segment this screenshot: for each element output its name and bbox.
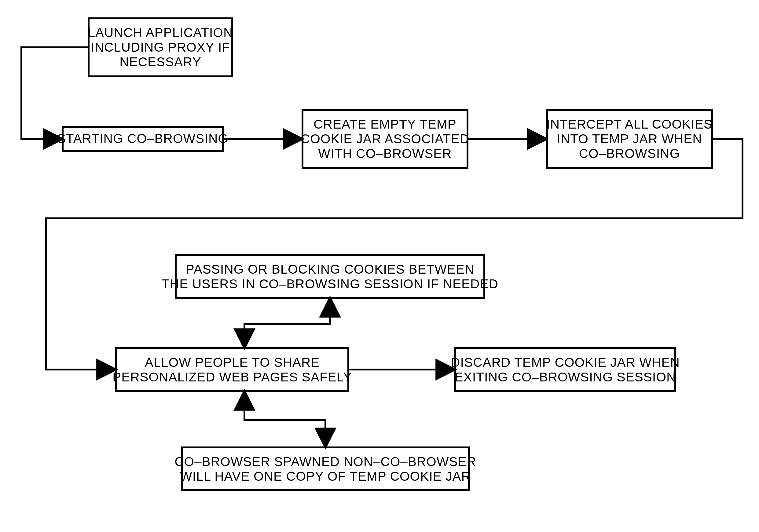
- conn-allow-spawned: [244, 391, 325, 447]
- box-start: STARTING CO–BROWSING: [57, 127, 228, 151]
- box-discard: DISCARD TEMP COOKIE JAR WHEN EXITING CO–…: [451, 348, 680, 391]
- discard-line2: EXITING CO–BROWSING SESSION: [455, 370, 676, 384]
- allow-line1: ALLOW PEOPLE TO SHARE: [145, 355, 320, 369]
- launch-line2: INCLUDING PROXY IF: [91, 40, 230, 55]
- create-line3: WITH CO–BROWSER: [318, 146, 452, 161]
- start-line1: STARTING CO–BROWSING: [57, 131, 228, 146]
- box-allow: ALLOW PEOPLE TO SHARE PERSONALIZED WEB P…: [112, 348, 352, 391]
- create-line1: CREATE EMPTY TEMP: [313, 117, 456, 131]
- box-create: CREATE EMPTY TEMP COOKIE JAR ASSOCIATED …: [301, 110, 469, 168]
- spawned-line2: WILL HAVE ONE COPY OF TEMP COOKIE JAR: [180, 469, 471, 483]
- intercept-line3: CO–BROWSING: [579, 146, 680, 161]
- launch-line1: LAUNCH APPLICATION: [88, 25, 233, 40]
- box-spawned: CO–BROWSER SPAWNED NON–CO–BROWSER WILL H…: [175, 447, 476, 490]
- launch-line3: NECESSARY: [119, 55, 201, 69]
- box-intercept: INTERCEPT ALL COOKIES INTO TEMP JAR WHEN…: [546, 110, 713, 168]
- conn-allow-passing: [244, 298, 330, 348]
- spawned-line1: CO–BROWSER SPAWNED NON–CO–BROWSER: [175, 454, 476, 469]
- allow-line2: PERSONALIZED WEB PAGES SAFELY: [112, 370, 352, 384]
- conn-launch-start: [21, 47, 89, 139]
- passing-line2: THE USERS IN CO–BROWSING SESSION IF NEED…: [162, 277, 499, 291]
- box-passing: PASSING OR BLOCKING COOKIES BETWEEN THE …: [162, 255, 499, 298]
- intercept-line2: INTO TEMP JAR WHEN: [557, 132, 702, 146]
- discard-line1: DISCARD TEMP COOKIE JAR WHEN: [451, 355, 680, 369]
- create-line2: COOKIE JAR ASSOCIATED: [301, 132, 469, 146]
- box-launch: LAUNCH APPLICATION INCLUDING PROXY IF NE…: [88, 18, 233, 76]
- flowchart: LAUNCH APPLICATION INCLUDING PROXY IF NE…: [0, 0, 759, 532]
- passing-line1: PASSING OR BLOCKING COOKIES BETWEEN: [186, 262, 474, 276]
- intercept-line1: INTERCEPT ALL COOKIES: [546, 117, 713, 131]
